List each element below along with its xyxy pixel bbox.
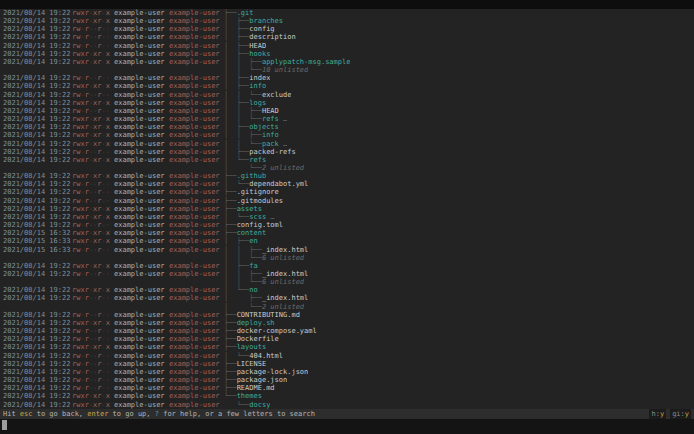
tree-row[interactable]: │ └──2 unlisted — [0, 164, 694, 172]
tree-row[interactable]: 2021/08/14 19:22rw-r--r--example-userexa… — [0, 180, 694, 188]
dir-name[interactable]: themes — [237, 392, 262, 400]
tree-row[interactable]: 2021/08/14 19:22rwxr-xr-xexample-userexa… — [0, 213, 694, 221]
file-name[interactable]: package-lock.json — [237, 368, 309, 376]
tree-row[interactable]: 2021/08/15 16:32rwxr-xr-xexample-userexa… — [0, 229, 694, 237]
tree-row[interactable]: 2021/08/14 19:22rwxr-xr-xexample-userexa… — [0, 50, 694, 58]
dir-name[interactable]: .git — [237, 9, 254, 17]
tree-row[interactable]: 2021/08/14 19:22rwxr-xr-xexample-userexa… — [0, 156, 694, 164]
dir-name[interactable]: layouts — [237, 343, 267, 351]
tree-row[interactable]: 2021/08/14 19:22rw-r--r--example-userexa… — [0, 188, 694, 196]
dir-name[interactable]: scss — [249, 213, 266, 221]
tree-row[interactable]: 2021/08/14 19:22rw-r--r--example-userexa… — [0, 384, 694, 392]
dir-name[interactable]: refs — [249, 156, 266, 164]
file-name[interactable]: package.json — [237, 376, 288, 384]
dir-name[interactable]: pack — [262, 140, 279, 148]
tree-row[interactable]: 2021/08/14 19:22rw-r--r--example-userexa… — [0, 25, 694, 33]
tree-row[interactable]: 2021/08/14 19:22rwxr-xr-xexample-userexa… — [0, 205, 694, 213]
file-name[interactable]: CONTRIBUTING.md — [237, 311, 300, 319]
tree-row[interactable]: 2021/08/14 19:22rwxr-xr-xexample-userexa… — [0, 392, 694, 400]
tree-row[interactable]: 2021/08/14 19:22rw-r--r--example-userexa… — [0, 311, 694, 319]
tree-row[interactable]: 2021/08/14 19:22rwxr-xr-xexample-userexa… — [0, 123, 694, 131]
file-name[interactable]: description — [249, 33, 295, 41]
tree-row[interactable]: 2021/08/14 19:22rwxr-xr-xexample-userexa… — [0, 140, 694, 148]
tree-row[interactable]: 2021/08/14 19:22rwxr-xr-xexample-userexa… — [0, 172, 694, 180]
file-name[interactable]: .gitmodules — [237, 197, 283, 205]
tree-row[interactable]: 2021/08/14 19:22rwxr-xr-xexample-userexa… — [0, 58, 694, 66]
dir-name[interactable]: branches — [249, 17, 283, 25]
file-name[interactable]: config.toml — [237, 221, 283, 229]
group-name: example-user — [169, 360, 224, 368]
owner-name: example-user — [114, 376, 169, 384]
dir-name[interactable]: fa — [249, 262, 257, 270]
file-name[interactable]: packed-refs — [249, 148, 295, 156]
file-name[interactable]: exclude — [262, 91, 292, 99]
tree-row[interactable]: 2021/08/14 19:22rwxr-xr-xexample-userexa… — [0, 401, 694, 409]
file-name[interactable]: config — [249, 25, 274, 33]
file-name[interactable]: applypatch-msg.sample — [262, 58, 351, 66]
dir-name[interactable]: docsy — [249, 401, 270, 409]
file-name[interactable]: HEAD — [249, 42, 266, 50]
file-name[interactable]: docker-compose.yaml — [237, 327, 317, 335]
tree-row[interactable]: 2021/08/14 19:22rw-r--r--example-userexa… — [0, 148, 694, 156]
file-name[interactable]: 404.html — [249, 352, 283, 360]
tree-row[interactable]: 2021/08/14 19:22rwxr-xr-xexample-userexa… — [0, 99, 694, 107]
tree-row[interactable]: 2021/08/14 19:22rw-r--r--example-userexa… — [0, 327, 694, 335]
tree-row[interactable]: 2021/08/14 19:22rwxr-xr-xexample-userexa… — [0, 131, 694, 139]
dir-name[interactable]: objects — [249, 123, 279, 131]
dir-name[interactable]: assets — [237, 205, 262, 213]
file-name[interactable]: dependabot.yml — [249, 180, 308, 188]
tree-row[interactable]: 2021/08/14 19:22rw-r--r--example-userexa… — [0, 376, 694, 384]
tree-row[interactable]: │ │ └──10 unlisted — [0, 66, 694, 74]
tree-row[interactable]: │ │ └──6 unlisted — [0, 278, 694, 286]
tree-row[interactable]: 2021/08/14 19:22rw-r--r--example-userexa… — [0, 270, 694, 278]
file-name[interactable]: index — [249, 74, 270, 82]
tree-row[interactable]: 2021/08/14 19:22rw-r--r--example-userexa… — [0, 42, 694, 50]
file-name[interactable]: _index.html — [262, 246, 308, 254]
dir-name[interactable]: en — [249, 237, 257, 245]
tree-row[interactable]: 2021/08/14 19:22rwxr-xr-xexample-userexa… — [0, 262, 694, 270]
file-name[interactable]: LICENSE — [237, 360, 267, 368]
dir-name[interactable]: refs — [262, 115, 279, 123]
tree-row[interactable]: 2021/08/14 19:22rw-r--r--example-userexa… — [0, 74, 694, 82]
tree-row[interactable]: 2021/08/14 19:22rw-r--r--example-userexa… — [0, 294, 694, 302]
tree-row[interactable]: 2021/08/14 19:22rw-r--r--example-userexa… — [0, 33, 694, 41]
tree-row[interactable]: 2021/08/14 19:22rw-r--r--example-userexa… — [0, 352, 694, 360]
tree-row[interactable]: 2021/08/14 19:22rwxr-xr-xexample-userexa… — [0, 17, 694, 25]
tree-row[interactable]: 2021/08/14 19:22rw-r--r--example-userexa… — [0, 107, 694, 115]
tree-row[interactable]: 2021/08/14 19:22rw-r--r--example-userexa… — [0, 360, 694, 368]
file-name[interactable]: _index.html — [262, 270, 308, 278]
tree-row[interactable]: 2021/08/14 19:22rwxr-xr-xexample-userexa… — [0, 82, 694, 90]
dir-name[interactable]: logs — [249, 99, 266, 107]
tree-row[interactable]: 2021/08/14 19:22rwxr-xr-xexample-userexa… — [0, 343, 694, 351]
tree-row[interactable]: 2021/08/14 19:22rw-r--r--example-userexa… — [0, 221, 694, 229]
file-name[interactable]: deploy.sh — [237, 319, 275, 327]
tree-row[interactable]: 2021/08/14 19:22rwxr-xr-xexample-userexa… — [0, 115, 694, 123]
tree-branch-lines: │ ├── — [224, 74, 249, 82]
search-input[interactable] — [0, 419, 694, 434]
tree-row[interactable]: │ └──2 unlisted — [0, 303, 694, 311]
dir-name[interactable]: content — [237, 229, 267, 237]
tree-row[interactable]: 2021/08/14 19:22rw-r--r--example-userexa… — [0, 91, 694, 99]
tree-row[interactable]: 2021/08/14 19:22rwxr-xr-xexample-userexa… — [0, 319, 694, 327]
dir-name[interactable]: info — [249, 82, 266, 90]
tree-branch-lines: │ │ └── — [224, 66, 262, 74]
owner-name: example-user — [114, 9, 169, 17]
dir-name[interactable]: hooks — [249, 50, 270, 58]
file-name[interactable]: .gitignore — [237, 188, 279, 196]
tree-row[interactable]: 2021/08/14 19:22rwxr-xr-xexample-userexa… — [0, 286, 694, 294]
owner-name: example-user — [114, 327, 169, 335]
file-name[interactable]: _index.html — [262, 294, 308, 302]
file-name[interactable]: Dockerfile — [237, 335, 279, 343]
tree-row[interactable]: 2021/08/14 19:22rw-r--r--example-userexa… — [0, 368, 694, 376]
tree-row[interactable]: 2021/08/14 19:22rw-r--r--example-userexa… — [0, 335, 694, 343]
file-name[interactable]: HEAD — [262, 107, 279, 115]
tree-row[interactable]: 2021/08/14 19:22rw-r--r--example-userexa… — [0, 197, 694, 205]
dir-name[interactable]: no — [249, 286, 257, 294]
dir-name[interactable]: info — [262, 131, 279, 139]
tree-row[interactable]: 2021/08/15 16:33rw-r--r--example-userexa… — [0, 246, 694, 254]
file-name[interactable]: README.md — [237, 384, 275, 392]
tree-row[interactable]: │ │ └──6 unlisted — [0, 254, 694, 262]
tree-row[interactable]: 2021/08/14 19:22rwxr-xr-xexample-userexa… — [0, 9, 694, 17]
dir-name[interactable]: .github — [237, 172, 267, 180]
tree-row[interactable]: 2021/08/15 16:33rwxr-xr-xexample-userexa… — [0, 237, 694, 245]
